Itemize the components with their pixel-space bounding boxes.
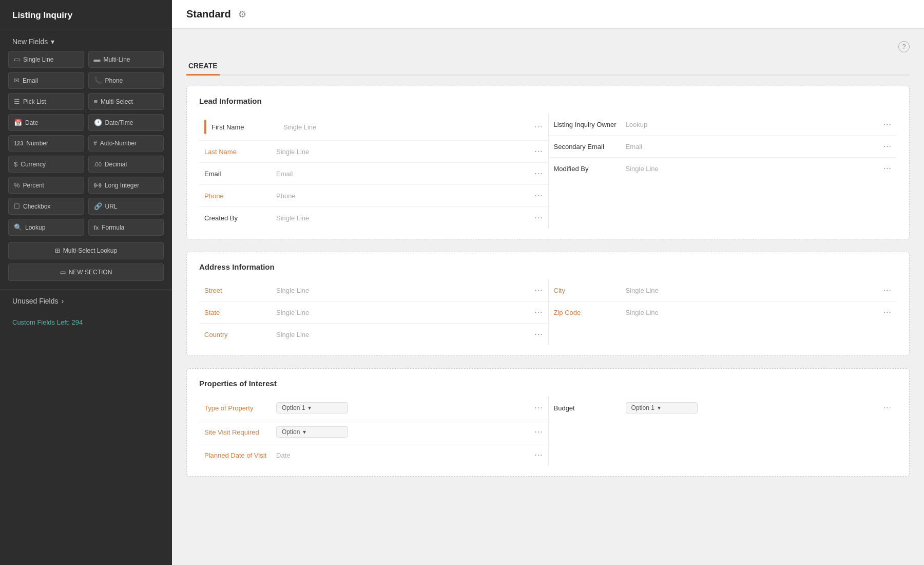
field-name: Modified By [554, 165, 621, 173]
field-btn-currency[interactable]: $ Currency [8, 156, 84, 173]
address-info-right: City Single Line ··· Zip Code Single Lin… [548, 279, 897, 345]
phone-label: Phone [105, 77, 123, 84]
table-row: Listing Inquiry Owner Lookup ··· [549, 114, 897, 136]
help-area: ? [186, 41, 910, 52]
decimal-label: Decimal [105, 161, 127, 168]
new-fields-header[interactable]: New Fields ▾ [0, 29, 172, 51]
lead-info-fields: First Name Single Line ··· Last Name Sin… [199, 114, 897, 229]
field-btn-multi-line[interactable]: ▬ Multi-Line [88, 51, 164, 68]
field-menu-dots[interactable]: ··· [534, 147, 543, 156]
custom-fields-left: Custom Fields Left: 294 [0, 312, 172, 332]
field-btn-auto-number[interactable]: # Auto-Number [88, 135, 164, 152]
multi-line-label: Multi-Line [104, 56, 130, 63]
field-name: Zip Code [554, 309, 621, 316]
table-row: City Single Line ··· [549, 279, 897, 302]
content-area: ? CREATE Lead Information First Name Sin… [172, 29, 924, 565]
field-name: Planned Date of Visit [204, 451, 271, 459]
tab-create[interactable]: CREATE [186, 56, 220, 76]
sidebar: Listing Inquiry New Fields ▾ ▭ Single Li… [0, 0, 172, 565]
field-menu-dots[interactable]: ··· [534, 122, 543, 131]
address-info-section: Address Information Street Single Line ·… [186, 252, 910, 356]
field-btn-email[interactable]: ✉ Email [8, 72, 84, 89]
field-btn-lookup[interactable]: 🔍 Lookup [8, 219, 84, 236]
field-btn-pick-list[interactable]: ☰ Pick List [8, 93, 84, 110]
field-type: Email [276, 170, 529, 178]
field-btn-multi-select[interactable]: ≡ Multi-Select [88, 93, 164, 110]
field-menu-dots[interactable]: ··· [534, 286, 543, 295]
field-menu-dots[interactable]: ··· [883, 403, 892, 412]
field-type: Single Line [276, 309, 529, 316]
percent-label: Percent [23, 182, 44, 189]
auto-number-icon: # [94, 140, 97, 146]
field-menu-dots[interactable]: ··· [534, 169, 543, 178]
field-name: First Name [211, 123, 278, 131]
field-type: Single Line [283, 123, 529, 131]
field-btn-date[interactable]: 📅 Date [8, 114, 84, 131]
field-type-select[interactable]: Option ▾ [276, 426, 348, 438]
table-row: Planned Date of Visit Date ··· [199, 444, 548, 466]
field-type: Single Line [626, 309, 878, 316]
multi-select-lookup-icon: ⊞ [55, 247, 60, 254]
field-btn-number[interactable]: 123 Number [8, 135, 84, 152]
field-menu-dots[interactable]: ··· [534, 450, 543, 460]
field-btn-checkbox[interactable]: ☐ Checkbox [8, 198, 84, 215]
field-name: Secondary Email [554, 143, 621, 150]
pick-list-label: Pick List [23, 98, 46, 105]
email-label: Email [23, 77, 38, 84]
new-section-label: NEW SECTION [69, 269, 112, 276]
number-label: Number [26, 140, 48, 147]
field-menu-dots[interactable]: ··· [883, 120, 892, 129]
new-section-btn[interactable]: ▭ NEW SECTION [8, 263, 164, 281]
multi-select-lookup-btn[interactable]: ⊞ Multi-Select Lookup [8, 242, 164, 259]
field-name: Street [204, 287, 271, 294]
unused-fields-item[interactable]: Unused Fields › [0, 289, 172, 312]
table-row: Zip Code Single Line ··· [549, 302, 897, 323]
email-icon: ✉ [14, 77, 20, 84]
field-menu-dots[interactable]: ··· [534, 213, 543, 222]
gear-icon[interactable]: ⚙ [238, 9, 246, 20]
field-btn-percent[interactable]: % Percent [8, 177, 84, 194]
field-name: Email [204, 170, 271, 178]
address-info-title: Address Information [199, 262, 897, 271]
field-menu-dots[interactable]: ··· [883, 308, 892, 317]
field-type: Single Line [626, 165, 878, 173]
field-menu-dots[interactable]: ··· [534, 330, 543, 339]
table-row: Modified By Single Line ··· [549, 158, 897, 179]
field-name: Listing Inquiry Owner [554, 121, 621, 128]
multi-select-lookup-label: Multi-Select Lookup [63, 247, 117, 254]
field-name: Country [204, 331, 271, 338]
field-menu-dots[interactable]: ··· [534, 308, 543, 317]
field-type: Date [276, 451, 529, 459]
new-section-icon: ▭ [60, 269, 66, 276]
field-btn-datetime[interactable]: 🕐 Date/Time [88, 114, 164, 131]
field-btn-formula[interactable]: fx Formula [88, 219, 164, 236]
field-type: Single Line [276, 287, 529, 294]
properties-info-fields: Type of Property Option 1 ▾ ··· Site Vis… [199, 396, 897, 466]
table-row: Email Email ··· [199, 163, 548, 185]
field-btn-url[interactable]: 🔗 URL [88, 198, 164, 215]
field-type-select[interactable]: Option 1 ▾ [626, 402, 698, 413]
properties-info-right: Budget Option 1 ▾ ··· [548, 396, 897, 466]
field-menu-dots[interactable]: ··· [534, 427, 543, 437]
chevron-right-icon: › [62, 297, 64, 305]
field-menu-dots[interactable]: ··· [534, 403, 543, 412]
field-btn-phone[interactable]: 📞 Phone [88, 72, 164, 89]
field-menu-dots[interactable]: ··· [883, 142, 892, 151]
multi-line-icon: ▬ [94, 55, 101, 63]
field-btn-long-integer[interactable]: 9·9 Long Integer [88, 177, 164, 194]
lead-info-title: Lead Information [199, 97, 897, 105]
field-btn-decimal[interactable]: .00 Decimal [88, 156, 164, 173]
field-menu-dots[interactable]: ··· [883, 286, 892, 295]
field-name: Budget [554, 404, 621, 412]
field-menu-dots[interactable]: ··· [883, 164, 892, 173]
help-icon[interactable]: ? [898, 41, 910, 52]
field-menu-dots[interactable]: ··· [534, 191, 543, 200]
checkbox-label: Checkbox [23, 203, 50, 210]
currency-label: Currency [21, 161, 46, 168]
field-grid: ▭ Single Line ▬ Multi-Line ✉ Email 📞 Pho… [0, 51, 172, 242]
field-btn-single-line[interactable]: ▭ Single Line [8, 51, 84, 68]
checkbox-icon: ☐ [14, 202, 20, 210]
field-type-select[interactable]: Option 1 ▾ [276, 402, 348, 413]
page-title: Standard [186, 8, 231, 20]
chevron-down-icon: ▾ [303, 428, 306, 436]
